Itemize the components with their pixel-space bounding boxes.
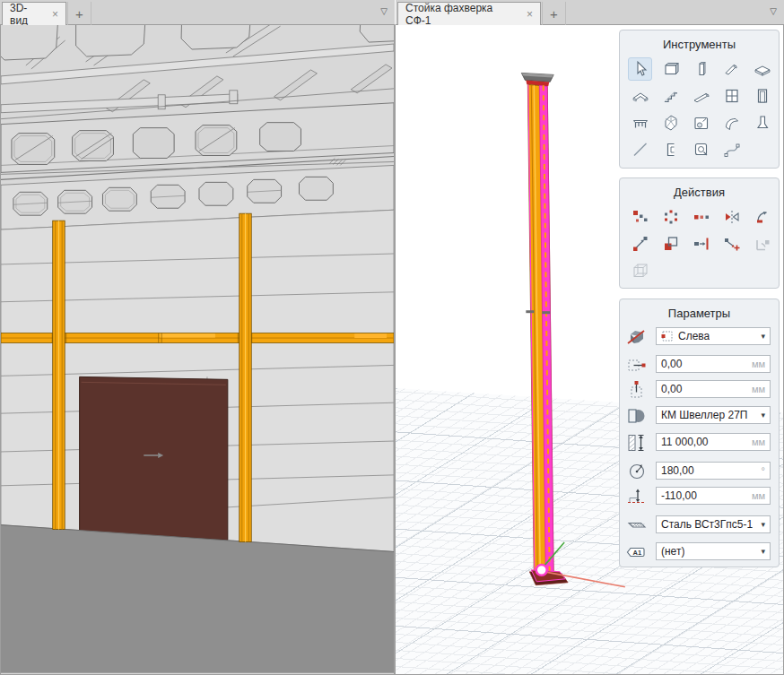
action-circular-array[interactable] (658, 205, 683, 229)
vertical-offset-icon (626, 379, 648, 404)
rotation-field[interactable]: ° (656, 462, 771, 480)
actions-panel: Действия (619, 177, 780, 289)
close-icon[interactable]: × (52, 8, 58, 21)
fachwerk-column-right[interactable] (240, 213, 251, 541)
move-to-icon (693, 235, 710, 253)
tab-fachwerk-post-label: Стойка фахверка СФ-1 (405, 2, 519, 27)
action-copy[interactable] (628, 205, 652, 229)
vertical-offset-input[interactable] (661, 383, 748, 395)
mirror-icon (723, 208, 741, 226)
assembly-icon (693, 114, 710, 132)
action-linear-array[interactable] (689, 205, 713, 229)
linear-array-icon (693, 208, 710, 226)
horizontal-offset-field[interactable]: мм (656, 355, 771, 373)
tab-3d-view[interactable]: 3D-вид × (2, 2, 66, 25)
height-icon (626, 432, 648, 457)
tool-assembly[interactable] (689, 111, 713, 134)
tool-wall[interactable] (658, 57, 683, 81)
action-copy-with-step[interactable] (719, 232, 744, 255)
insertion-side-icon (626, 326, 648, 351)
door-icon (754, 87, 771, 105)
ramp-icon (693, 87, 710, 105)
profile-value: КМ Швеллер 27П (661, 409, 748, 421)
tab-list-menu-icon[interactable]: ▽ (770, 6, 777, 16)
stair-icon (662, 87, 680, 105)
left-3d-scene (1, 25, 394, 674)
tool-duct[interactable] (719, 111, 744, 134)
horizontal-offset-input[interactable] (661, 358, 748, 370)
tab-3d-view-label: 3D-вид (10, 2, 45, 27)
material-icon (626, 515, 648, 540)
tool-line[interactable] (628, 138, 652, 161)
wall-icon (662, 60, 680, 78)
action-deformation-grid (628, 259, 652, 282)
profile-dropdown[interactable]: КМ Швеллер 27П ▾ (656, 406, 771, 424)
action-move[interactable] (689, 232, 713, 255)
tool-plumbing[interactable] (750, 111, 774, 134)
tool-equipment[interactable] (628, 111, 652, 134)
vertical-offset-unit: мм (748, 384, 765, 394)
close-icon[interactable]: × (527, 8, 533, 21)
rotate-icon (754, 208, 771, 226)
gate-door[interactable] (80, 376, 228, 540)
action-mirror[interactable] (719, 205, 744, 229)
tool-floor[interactable] (750, 57, 774, 81)
fixture-icon (754, 114, 771, 132)
selected-post[interactable] (521, 73, 568, 584)
rotation-input[interactable] (661, 464, 758, 477)
tool-stair[interactable] (658, 84, 683, 108)
tool-window[interactable] (719, 84, 744, 108)
action-rotate[interactable] (750, 205, 774, 229)
beam-icon (723, 60, 741, 78)
actions-grid (628, 205, 774, 282)
circular-array-icon (662, 208, 680, 226)
tab-list-menu-icon[interactable]: ▽ (380, 6, 388, 16)
action-scale[interactable] (658, 232, 683, 255)
level-offset-input[interactable] (661, 489, 748, 502)
action-move-point[interactable] (628, 232, 652, 255)
polyhedron-icon (662, 114, 680, 132)
tool-spline[interactable] (719, 138, 744, 161)
table-icon (632, 114, 649, 132)
copy-icon (632, 208, 649, 226)
insertion-side-dropdown[interactable]: Слева ▾ (656, 327, 771, 345)
tool-element[interactable] (658, 111, 683, 134)
chevron-down-icon: ▾ (757, 411, 765, 420)
viewport-3d-building[interactable] (0, 25, 395, 675)
cursor-icon (632, 60, 649, 78)
mark-value: (нет) (661, 545, 684, 558)
grid-cube-icon (632, 262, 649, 280)
line-icon (632, 141, 649, 159)
tool-select[interactable] (628, 57, 652, 81)
offset-icon (754, 235, 771, 253)
height-input[interactable] (661, 436, 748, 448)
tool-ramp[interactable] (689, 84, 713, 108)
material-value: Сталь ВСт3Гпс5-1 (661, 518, 753, 531)
tool-door[interactable] (750, 84, 774, 108)
parameters-panel: Параметры Слева ▾ мм мм (619, 299, 780, 567)
tool-beam[interactable] (719, 57, 744, 81)
mark-tag-icon: A1 (626, 541, 648, 567)
tab-fachwerk-post[interactable]: Стойка фахверка СФ-1 × (397, 2, 541, 25)
new-tab-button[interactable]: + (542, 2, 566, 25)
level-offset-field[interactable]: мм (656, 487, 771, 505)
fachwerk-column-left[interactable] (53, 221, 65, 529)
tool-column[interactable] (689, 57, 713, 81)
height-field[interactable]: мм (656, 433, 771, 451)
rotation-unit: ° (758, 465, 765, 476)
height-unit: мм (748, 437, 765, 447)
new-tab-button[interactable]: + (67, 2, 91, 25)
tool-profile[interactable] (658, 138, 683, 161)
mark-dropdown[interactable]: (нет) ▾ (656, 542, 771, 560)
tools-panel: Инструменты (619, 30, 780, 169)
vertical-offset-field[interactable]: мм (656, 380, 771, 398)
origin-handle[interactable] (536, 565, 547, 575)
material-dropdown[interactable]: Сталь ВСт3Гпс5-1 ▾ (656, 515, 771, 533)
actions-panel-title: Действия (620, 178, 779, 199)
floor-slab-icon (754, 60, 771, 78)
tool-route[interactable] (689, 138, 713, 161)
left-tab-bar: 3D-вид × + ▽ (0, 0, 395, 25)
window-icon (723, 87, 741, 105)
copy-step-icon (723, 235, 741, 253)
tool-roof[interactable] (628, 84, 652, 108)
